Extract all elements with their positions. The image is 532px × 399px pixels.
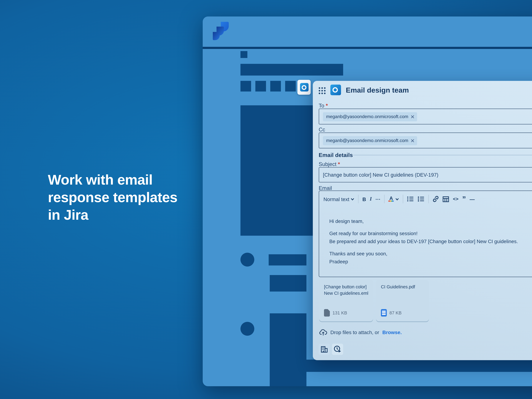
cloud-upload-icon bbox=[319, 329, 327, 336]
link-icon[interactable] bbox=[433, 196, 439, 202]
required-mark: * bbox=[338, 161, 340, 167]
email-body-line: Get ready for our brainstorming session! bbox=[329, 231, 418, 236]
cc-recipient-email: meganb@yasoondemo.onmicrosoft.com bbox=[326, 138, 408, 143]
quote-icon[interactable]: ” bbox=[462, 197, 466, 201]
remove-recipient-icon[interactable] bbox=[411, 115, 414, 118]
to-label: To * bbox=[319, 103, 328, 108]
wireframe-block bbox=[241, 51, 247, 58]
wireframe-block bbox=[285, 81, 296, 91]
to-field[interactable]: meganb@yasoondemo.onmicrosoft.com bbox=[319, 108, 532, 125]
toolbar-separator bbox=[358, 195, 359, 203]
outlook-app-tile bbox=[298, 80, 311, 95]
wireframe-block bbox=[270, 360, 532, 372]
screenshot-root: Work with email response templates in Ji… bbox=[0, 0, 532, 399]
outlook-icon bbox=[330, 85, 341, 95]
bullet-list-icon[interactable] bbox=[407, 196, 414, 202]
hero-title: Work with email response templates in Ji… bbox=[48, 171, 193, 224]
building-icon bbox=[321, 346, 328, 353]
email-editor[interactable]: Normal text B I ··· A <> ” — Append issu… bbox=[319, 190, 532, 277]
header-separator bbox=[203, 47, 532, 49]
issue-context-button[interactable] bbox=[319, 344, 330, 355]
wireframe-block bbox=[270, 81, 281, 91]
email-body-line: Be prepared and add your ideas to DEV-19… bbox=[329, 239, 518, 244]
app-grid-icon[interactable] bbox=[318, 87, 326, 97]
attachment-card[interactable]: [Change button color] New CI guidelines.… bbox=[319, 280, 373, 321]
wireframe-block bbox=[241, 105, 316, 236]
attachment-size: 131 KB bbox=[332, 310, 347, 316]
pdf-file-icon bbox=[381, 309, 387, 317]
wireframe-block bbox=[255, 81, 266, 91]
attachment-name: CI Guidelines.pdf bbox=[381, 284, 424, 290]
table-icon[interactable] bbox=[443, 196, 449, 202]
cc-field[interactable]: meganb@yasoondemo.onmicrosoft.com bbox=[319, 133, 532, 148]
cc-label: Cc bbox=[319, 127, 325, 133]
wireframe-block bbox=[270, 313, 306, 386]
subject-field[interactable]: [Change button color] New CI guidelines … bbox=[319, 167, 532, 183]
subject-value: [Change button color] New CI guidelines … bbox=[323, 172, 438, 178]
subject-label: Subject * bbox=[319, 161, 340, 167]
wireframe-circle bbox=[241, 253, 254, 266]
attachment-name: [Change button color] New CI guidelines.… bbox=[324, 284, 369, 296]
toolbar-separator bbox=[384, 195, 385, 203]
toolbar-separator bbox=[428, 195, 429, 203]
email-body-line: Hi design team, bbox=[329, 219, 364, 224]
toolbar-separator bbox=[403, 195, 403, 203]
file-dropzone[interactable]: Drop files to attach, or Browse. bbox=[319, 329, 402, 336]
remove-recipient-icon[interactable] bbox=[411, 139, 414, 142]
email-body-label: Email bbox=[319, 185, 332, 191]
bold-button[interactable]: B bbox=[362, 196, 366, 202]
color-bar bbox=[388, 200, 394, 202]
wireframe-block bbox=[270, 275, 306, 291]
dropzone-text: Drop files to attach, or bbox=[330, 329, 379, 335]
jira-logo-icon bbox=[213, 22, 233, 42]
horizontal-rule-icon[interactable]: — bbox=[470, 196, 475, 202]
outlook-icon bbox=[300, 83, 308, 91]
email-body-line: Thanks and see you soon, bbox=[329, 251, 387, 256]
wireframe-block bbox=[269, 254, 306, 266]
to-recipient-chip[interactable]: meganb@yasoondemo.onmicrosoft.com bbox=[323, 112, 417, 121]
wireframe-circle bbox=[241, 322, 254, 336]
to-recipient-email: meganb@yasoondemo.onmicrosoft.com bbox=[326, 114, 408, 119]
stage: Work with email response templates in Ji… bbox=[0, 0, 532, 399]
text-color-button[interactable]: A bbox=[388, 196, 394, 202]
more-formatting-button[interactable]: ··· bbox=[375, 196, 380, 202]
section-divider bbox=[353, 155, 532, 155]
required-mark: * bbox=[326, 103, 328, 108]
browse-link[interactable]: Browse. bbox=[382, 329, 402, 335]
attachment-size: 87 KB bbox=[389, 310, 402, 316]
wireframe-block bbox=[241, 81, 251, 91]
email-body-line: Pradeep bbox=[329, 259, 348, 264]
eml-file-icon bbox=[324, 309, 330, 317]
send-later-button[interactable] bbox=[332, 344, 343, 355]
numbered-list-icon[interactable] bbox=[418, 196, 425, 202]
email-compose-modal: Email design team Templates To * meganb@… bbox=[313, 81, 532, 360]
wireframe-block bbox=[241, 64, 343, 76]
modal-title: Email design team bbox=[346, 86, 409, 94]
clock-arrow-icon bbox=[334, 345, 342, 353]
chevron-down-icon[interactable] bbox=[395, 198, 399, 200]
italic-button[interactable]: I bbox=[370, 196, 372, 202]
code-block-icon[interactable]: <> bbox=[453, 196, 458, 202]
text-style-dropdown[interactable]: Normal text bbox=[323, 196, 355, 202]
cc-recipient-chip[interactable]: meganb@yasoondemo.onmicrosoft.com bbox=[323, 136, 417, 145]
editor-toolbar: Normal text B I ··· A <> ” — bbox=[323, 194, 475, 204]
email-details-heading: Email details bbox=[319, 152, 353, 158]
attachment-card[interactable]: CI Guidelines.pdf 87 KB bbox=[376, 280, 429, 321]
